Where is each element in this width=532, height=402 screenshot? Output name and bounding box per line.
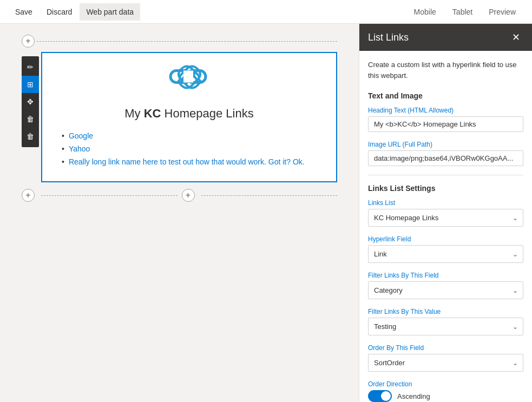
filter-by-field-select[interactable]: Category [368,281,523,299]
move-icon: ✥ [27,97,34,106]
order-by-field-label: Order By This Field [368,344,523,352]
filter-by-value-group: Filter Links By This Value Testing ⌄ [368,308,523,335]
add-section-bottom-center-button[interactable]: + [182,189,195,202]
order-direction-group: Order Direction Ascending [368,380,523,402]
main-area: + ✏ ⊞ ✥ 🗑 🗑 [0,24,532,402]
delete-button-2[interactable]: 🗑 [22,128,39,145]
add-section-top-button[interactable]: + [22,35,35,48]
panel-close-button[interactable]: ✕ [509,30,523,44]
heading-text-input[interactable] [368,116,523,132]
add-section-bottom-row: + + [22,189,337,202]
preview-button[interactable]: Preview [482,3,522,21]
image-url-label: Image URL (Full Path) [368,141,523,148]
order-direction-toggle-row: Ascending [368,390,523,402]
canvas-area: + ✏ ⊞ ✥ 🗑 🗑 [0,24,359,402]
links-list-settings-section: Links List Settings Links List KC Homepa… [368,184,523,402]
filter-by-field-group: Filter Links By This Field Category ⌄ [368,272,523,299]
tablet-button[interactable]: Tablet [446,3,479,21]
trash-icon-1: 🗑 [27,115,34,123]
link-long[interactable]: Really long link name here to test out h… [69,157,305,166]
text-image-heading: Text and Image [368,91,523,100]
svg-rect-2 [183,71,193,83]
toggle-knob [381,391,391,401]
order-by-field-select-wrapper: SortOrder ⌄ [368,354,523,372]
links-list-select-wrapper: KC Homepage Links ⌄ [368,209,523,227]
hyperlink-field-select[interactable]: Link [368,245,523,263]
panel-description: Create a custom list with a hyperlink fi… [368,60,523,81]
divider-1 [368,175,523,175]
webpart-links-list: Google Yahoo Really long link name here … [55,131,323,166]
panel-title: List Links [368,32,409,43]
links-list-label: Links List [368,199,523,207]
link-chain-icon [168,64,211,98]
plus-icon-bottom-left: + [25,190,30,200]
filter-by-field-label: Filter Links By This Field [368,272,523,279]
links-list-select[interactable]: KC Homepage Links [368,209,523,227]
webpart-image [55,64,323,98]
list-item: Really long link name here to test out h… [62,157,323,166]
panel-header: List Links ✕ [359,24,532,51]
order-by-field-group: Order By This Field SortOrder ⌄ [368,344,523,372]
plus-icon-bottom-center: + [186,190,191,200]
webpart-wrapper: My KC Homepage Links Google Yahoo Really… [41,52,337,182]
move-button[interactable]: ✥ [22,93,39,110]
grid-icon: ⊞ [27,80,34,89]
section-line-bottom [41,195,178,196]
filter-by-field-select-wrapper: Category ⌄ [368,281,523,299]
section-line-top [37,41,337,42]
links-list-field-group: Links List KC Homepage Links ⌄ [368,199,523,227]
image-url-field-group: Image URL (Full Path) [368,141,523,166]
filter-by-value-select[interactable]: Testing [368,318,523,335]
order-direction-value: Ascending [397,392,430,400]
list-item: Google [62,131,323,140]
save-button[interactable]: Save [9,3,39,21]
webpart-controls: ✏ ⊞ ✥ 🗑 🗑 [22,56,39,147]
mobile-button[interactable]: Mobile [408,3,443,21]
webpart-row: ✏ ⊞ ✥ 🗑 🗑 [22,52,337,182]
settings-button[interactable]: ⊞ [22,76,39,93]
trash-icon-2: 🗑 [27,132,34,141]
delete-button-1[interactable]: 🗑 [22,110,39,128]
filter-by-value-select-wrapper: Testing ⌄ [368,318,523,335]
image-url-input[interactable] [368,150,523,166]
link-yahoo[interactable]: Yahoo [69,144,90,153]
webpart-data-button[interactable]: Web part data [80,3,140,21]
heading-text-label: Heading Text (HTML Allowed) [368,107,523,114]
filter-by-value-label: Filter Links By This Value [368,308,523,315]
list-item: Yahoo [62,144,323,153]
order-direction-label: Order Direction [368,380,523,388]
right-panel: List Links ✕ Create a custom list with a… [359,24,532,402]
order-direction-toggle[interactable] [368,390,392,402]
link-google[interactable]: Google [69,131,93,140]
plus-icon-top: + [25,36,30,46]
section-line-bottom-right [201,195,338,196]
hyperlink-field-select-wrapper: Link ⌄ [368,245,523,263]
order-by-field-select[interactable]: SortOrder [368,354,523,372]
panel-body: Create a custom list with a hyperlink fi… [359,51,532,402]
add-section-top-row: + [22,35,337,48]
hyperlink-field-group: Hyperlink Field Link ⌄ [368,235,523,263]
hyperlink-field-label: Hyperlink Field [368,235,523,243]
links-list-settings-heading: Links List Settings [368,184,523,193]
webpart-title: My KC Homepage Links [55,107,323,121]
pencil-icon: ✏ [27,63,34,71]
add-section-bottom-left-button[interactable]: + [22,189,35,202]
text-and-image-section: Text and Image Heading Text (HTML Allowe… [368,91,523,166]
toolbar: Save Discard Web part data Mobile Tablet… [0,0,532,24]
discard-button[interactable]: Discard [40,3,78,21]
heading-text-field-group: Heading Text (HTML Allowed) [368,107,523,132]
edit-button[interactable]: ✏ [22,58,39,76]
